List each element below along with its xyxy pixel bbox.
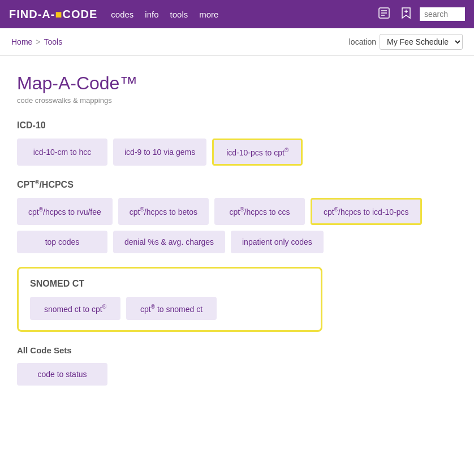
location-selector: location My Fee Schedule xyxy=(349,34,463,50)
btn-code-to-status[interactable]: code to status xyxy=(17,363,107,386)
notes-icon[interactable] xyxy=(376,5,393,24)
page-title: Map-A-Code™ xyxy=(17,73,457,94)
breadcrumb-current: Tools xyxy=(44,37,63,46)
btn-icd10pcs-to-cpt[interactable]: icd-10-pcs to cpt® xyxy=(212,139,303,166)
nav-codes[interactable]: codes xyxy=(111,10,133,19)
btn-top-codes[interactable]: top codes xyxy=(17,231,107,253)
btn-cpt-to-rvu[interactable]: cpt®/hcpcs to rvu/fee xyxy=(17,198,113,225)
search-input[interactable] xyxy=(420,7,465,21)
btn-cpt-to-snomed[interactable]: cpt® to snomed ct xyxy=(126,297,217,321)
location-dropdown[interactable]: My Fee Schedule xyxy=(380,34,463,50)
allcodesets-button-grid: code to status xyxy=(17,363,457,386)
nav-info[interactable]: info xyxy=(145,10,158,19)
icd10-section-title: ICD-10 xyxy=(17,120,457,131)
allcodesets-section: All Code Sets code to status xyxy=(17,345,457,386)
btn-icd9-to-10[interactable]: icd-9 to 10 via gems xyxy=(113,139,206,166)
btn-denial[interactable]: denial %s & avg. charges xyxy=(113,231,225,253)
nav-links: codes info tools more xyxy=(111,10,376,19)
breadcrumb-home[interactable]: Home xyxy=(11,37,32,46)
icd10-button-grid: icd-10-cm to hcc icd-9 to 10 via gems ic… xyxy=(17,139,457,166)
cpt-section-title: CPT®/HCPCS xyxy=(17,179,457,190)
snomed-section-title: SNOMED CT xyxy=(30,279,309,289)
header-icons xyxy=(376,5,465,24)
header: FIND‑A‑■CODE codes info tools more xyxy=(0,0,474,28)
btn-snomed-to-cpt[interactable]: snomed ct to cpt® xyxy=(30,297,120,321)
nav-tools[interactable]: tools xyxy=(170,10,188,19)
main-content: Map-A-Code™ code crosswalks & mappings I… xyxy=(0,56,474,416)
logo: FIND‑A‑■CODE xyxy=(9,8,97,21)
btn-cpt-to-icd10pcs[interactable]: cpt®/hcpcs to icd-10-pcs xyxy=(311,198,422,225)
allcodesets-section-title: All Code Sets xyxy=(17,345,457,355)
breadcrumb: Home > Tools xyxy=(11,37,62,46)
breadcrumb-bar: Home > Tools location My Fee Schedule xyxy=(0,28,474,56)
snomed-button-grid: snomed ct to cpt® cpt® to snomed ct xyxy=(30,297,309,321)
snomed-section: SNOMED CT snomed ct to cpt® cpt® to snom… xyxy=(17,267,322,332)
cpt-section: CPT®/HCPCS cpt®/hcpcs to rvu/fee cpt®/hc… xyxy=(17,179,457,253)
page-subtitle: code crosswalks & mappings xyxy=(17,96,457,105)
btn-cpt-to-ccs[interactable]: cpt®/hcpcs to ccs xyxy=(214,198,305,225)
bookmark-icon[interactable] xyxy=(398,5,414,24)
location-label: location xyxy=(349,37,376,46)
btn-cpt-to-betos[interactable]: cpt®/hcpcs to betos xyxy=(118,198,209,225)
cpt-button-grid: cpt®/hcpcs to rvu/fee cpt®/hcpcs to beto… xyxy=(17,198,457,253)
btn-icd10cm-to-hcc[interactable]: icd-10-cm to hcc xyxy=(17,139,107,166)
nav-more[interactable]: more xyxy=(199,10,218,19)
icd10-section: ICD-10 icd-10-cm to hcc icd-9 to 10 via … xyxy=(17,120,457,166)
breadcrumb-separator: > xyxy=(36,37,40,46)
btn-inpatient-only[interactable]: inpatient only codes xyxy=(231,231,324,253)
